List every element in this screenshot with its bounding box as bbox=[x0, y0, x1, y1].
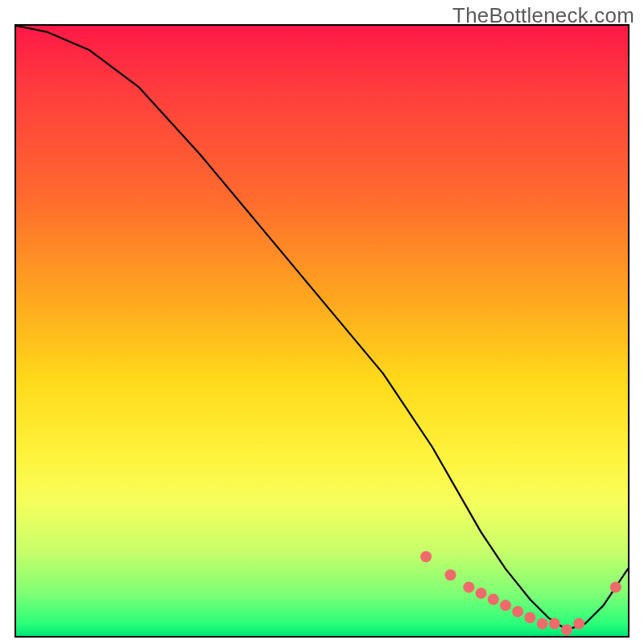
highlight-dot bbox=[537, 618, 548, 630]
highlight-dot bbox=[476, 588, 487, 599]
chart-area bbox=[14, 24, 630, 638]
highlight-dot bbox=[524, 612, 535, 623]
chart-svg bbox=[16, 26, 628, 636]
curve-line bbox=[16, 26, 628, 630]
highlight-dots-group bbox=[420, 551, 621, 636]
highlight-dot bbox=[549, 618, 560, 630]
highlight-dot bbox=[488, 594, 499, 605]
highlight-dot bbox=[512, 606, 523, 617]
highlight-dot bbox=[610, 581, 621, 592]
highlight-dot bbox=[420, 551, 431, 563]
highlight-dot bbox=[445, 569, 456, 580]
highlight-dot bbox=[463, 581, 474, 592]
highlight-dot bbox=[573, 618, 584, 630]
highlight-dot bbox=[561, 624, 572, 635]
highlight-dot bbox=[500, 600, 511, 611]
